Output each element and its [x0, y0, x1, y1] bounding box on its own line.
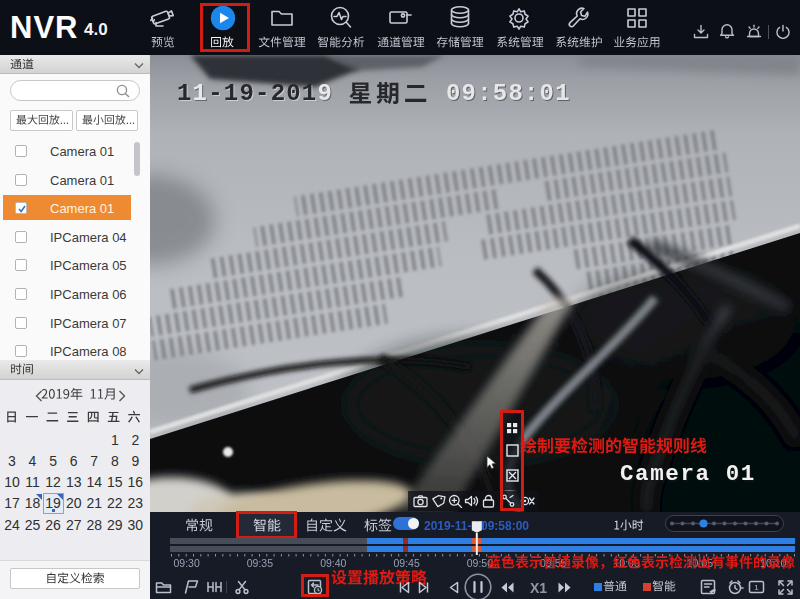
svg-text:1: 1	[754, 583, 759, 592]
